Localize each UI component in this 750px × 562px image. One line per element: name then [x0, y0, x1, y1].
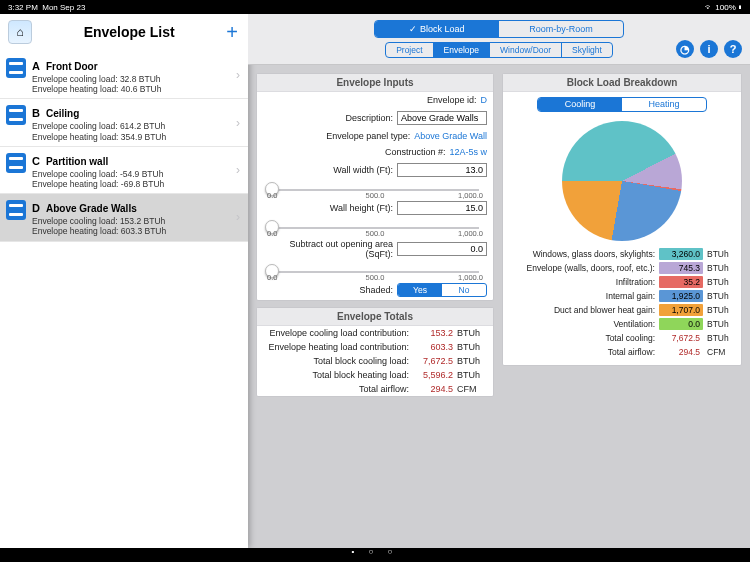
opening-area-input[interactable] [397, 242, 487, 256]
chevron-right-icon: › [236, 116, 240, 130]
status-date: Mon Sep 23 [42, 3, 85, 12]
legend-row: Envelope (walls, doors, roof, etc.):745.… [509, 261, 735, 275]
breakdown-heating[interactable]: Heating [622, 98, 706, 111]
description-input[interactable] [397, 111, 487, 125]
inputs-title: Envelope Inputs [257, 74, 493, 92]
totals-row: Total airflow:294.5CFM [257, 382, 493, 396]
status-bar: 3:32 PM Mon Sep 23 ᯤ 100% ▮ [0, 0, 750, 14]
chevron-right-icon: › [236, 163, 240, 177]
legend-summary-row: Total airflow:294.5CFM [509, 345, 735, 359]
shaded-segment[interactable]: Yes No [397, 283, 487, 297]
envelope-totals-panel: Envelope Totals Envelope cooling load co… [256, 307, 494, 397]
breakdown-title: Block Load Breakdown [503, 74, 741, 92]
opening-area-slider[interactable]: 0.0500.01,000.0 [257, 262, 493, 280]
mode-block-load[interactable]: ✓ Block Load [375, 21, 499, 37]
tab-skylight[interactable]: Skylight [562, 43, 612, 57]
info-button[interactable]: i [700, 40, 718, 58]
envelope-id-value: D [481, 95, 488, 105]
wall-width-input[interactable] [397, 163, 487, 177]
mode-segment[interactable]: ✓ Block Load Room-by-Room [374, 20, 624, 38]
wall-width-slider[interactable]: 0.0500.01,000.0 [257, 180, 493, 198]
wall-height-input[interactable] [397, 201, 487, 215]
shaded-no[interactable]: No [442, 284, 486, 296]
envelope-list-sidebar: ⌂ Envelope List + AFront DoorEnvelope co… [0, 14, 248, 548]
add-envelope-button[interactable]: + [226, 21, 238, 44]
battery-icon: ▮ [738, 3, 742, 12]
tab-project[interactable]: Project [386, 43, 433, 57]
legend-row: Internal gain:1,925.0BTUh [509, 289, 735, 303]
legend-row: Infiltration:35.2BTUh [509, 275, 735, 289]
envelope-icon [6, 153, 26, 173]
legend-row: Duct and blower heat gain:1,707.0BTUh [509, 303, 735, 317]
battery-pct: 100% [715, 3, 735, 12]
shaded-yes[interactable]: Yes [398, 284, 442, 296]
tab-envelope[interactable]: Envelope [434, 43, 490, 57]
envelope-row-a[interactable]: AFront DoorEnvelope cooling load: 32.8 B… [0, 52, 248, 99]
breakdown-panel: Block Load Breakdown Cooling Heating Win… [502, 73, 742, 366]
breakdown-pie-chart [562, 121, 682, 241]
envelope-icon [6, 200, 26, 220]
totals-row: Envelope cooling load contribution:153.2… [257, 326, 493, 340]
help-button[interactable]: ? [724, 40, 742, 58]
envelope-icon [6, 58, 26, 78]
status-time: 3:32 PM [8, 3, 38, 12]
chevron-right-icon: › [236, 210, 240, 224]
panel-type-picker[interactable]: Above Grade Wall [414, 131, 487, 141]
wifi-icon: ᯤ [705, 3, 713, 12]
tab-windowdoor[interactable]: Window/Door [490, 43, 562, 57]
envelope-inputs-panel: Envelope Inputs Envelope id:D Descriptio… [256, 73, 494, 301]
legend-summary-row: Total cooling:7,672.5BTUh [509, 331, 735, 345]
totals-row: Envelope heating load contribution:603.3… [257, 340, 493, 354]
construction-picker[interactable]: 12A-5s w [449, 147, 487, 157]
legend-row: Windows, glass doors, skylights:3,260.0B… [509, 247, 735, 261]
breakdown-cooling[interactable]: Cooling [538, 98, 622, 111]
totals-row: Total block heating load:5,596.2BTUh [257, 368, 493, 382]
envelope-row-b[interactable]: BCeilingEnvelope cooling load: 614.2 BTU… [0, 99, 248, 146]
sidebar-title: Envelope List [32, 24, 226, 40]
envelope-row-c[interactable]: CPartition wallEnvelope cooling load: -5… [0, 147, 248, 194]
totals-row: Total block cooling load:7,672.5BTUh [257, 354, 493, 368]
breakdown-mode-segment[interactable]: Cooling Heating [537, 97, 707, 112]
envelope-icon [6, 105, 26, 125]
legend-row: Ventilation:0.0BTUh [509, 317, 735, 331]
envelope-row-d[interactable]: DAbove Grade WallsEnvelope cooling load:… [0, 194, 248, 241]
envelope-list: AFront DoorEnvelope cooling load: 32.8 B… [0, 52, 248, 548]
section-tabs[interactable]: ProjectEnvelopeWindow/DoorSkylight [385, 42, 613, 58]
mode-room-by-room[interactable]: Room-by-Room [499, 21, 623, 37]
wall-height-slider[interactable]: 0.0500.01,000.0 [257, 218, 493, 236]
top-toolbar: ✓ Block Load Room-by-Room ProjectEnvelop… [248, 14, 750, 65]
chevron-right-icon: › [236, 68, 240, 82]
app-icon[interactable]: ⌂ [8, 20, 32, 44]
reports-button[interactable]: ◔ [676, 40, 694, 58]
totals-title: Envelope Totals [257, 308, 493, 326]
breakdown-legend: Windows, glass doors, skylights:3,260.0B… [503, 247, 741, 359]
page-indicator[interactable]: • ○ ○ [0, 547, 750, 556]
